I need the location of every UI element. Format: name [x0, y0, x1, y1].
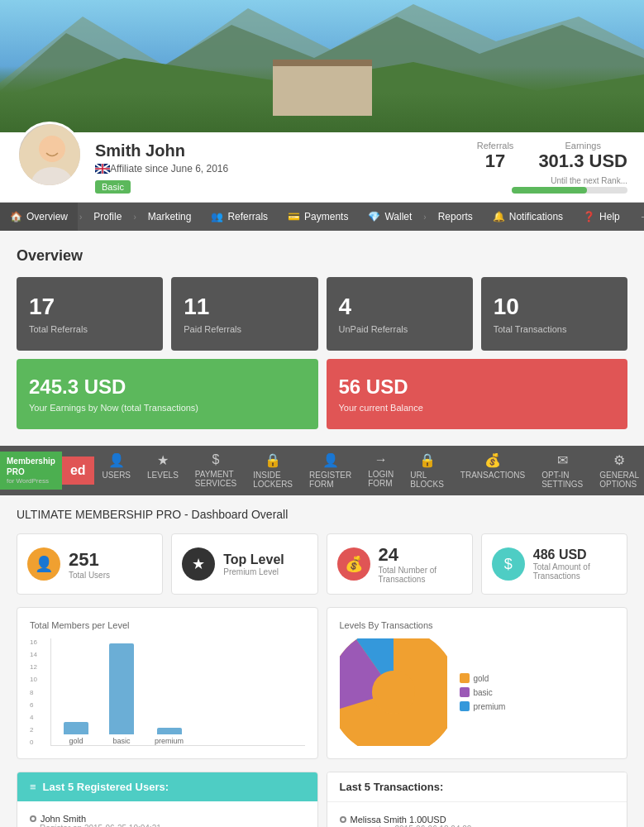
- stat-unpaid-referrals-value: 4: [339, 294, 460, 320]
- legend-premium: premium: [460, 701, 506, 711]
- logout-icon: →: [640, 211, 644, 222]
- last-users-header: ≡ Last 5 Registered Users:: [17, 772, 317, 801]
- svg-marker-6: [273, 62, 355, 87]
- stat-paid-referrals-value: 11: [184, 294, 305, 320]
- list-icon: ≡: [30, 781, 36, 793]
- mp-nav-transactions[interactable]: 💰 TRANSACTIONS: [452, 446, 533, 495]
- affiliate-info: Affiliate since June 6, 2016: [95, 163, 477, 174]
- optin-icon: ✉: [557, 452, 568, 468]
- dot-icon: [340, 816, 346, 823]
- nav-payments[interactable]: 💳 Payments: [278, 203, 358, 231]
- transactions-icon: 💰: [484, 452, 501, 468]
- mp-nav-users[interactable]: 👤 USERS: [94, 446, 139, 495]
- referrals-stat: Referrals 17: [477, 141, 514, 172]
- pie-chart: [340, 638, 447, 746]
- nav-overview[interactable]: 🏠 Overview: [0, 203, 78, 231]
- badge-basic: Basic: [95, 180, 131, 194]
- mp-nav-register-form[interactable]: 👤 REGISTER FORM: [301, 446, 360, 495]
- stat-card-total-referrals: 17 Total Referrals: [17, 277, 163, 351]
- total-users-label: Total Users: [69, 571, 110, 580]
- overview-section: Overview 17 Total Referrals 11 Paid Refe…: [0, 231, 644, 446]
- mp-nav-url-blocks[interactable]: 🔒 URL BLOCKS: [402, 446, 452, 495]
- referrals-label: Referrals: [477, 141, 514, 151]
- hero-banner: [0, 0, 644, 132]
- mp-nav-inside-lockers[interactable]: 🔒 INSIDE LOCKERS: [245, 446, 301, 495]
- nav-referrals[interactable]: 👥 Referrals: [201, 203, 278, 231]
- nav-marketing[interactable]: Marketing: [138, 203, 202, 231]
- users-icon: 👤: [108, 452, 125, 468]
- stat-paid-referrals-label: Paid Referrals: [184, 324, 305, 334]
- level-stat-icon: ★: [182, 547, 215, 581]
- pie-legend: gold basic premium: [460, 673, 506, 711]
- stat-unpaid-referrals-label: UnPaid Referrals: [339, 324, 460, 334]
- stat-card-total-transactions: 10 Total Transactions: [481, 277, 627, 351]
- stat-card-unpaid-referrals: 4 UnPaid Referrals: [327, 277, 473, 351]
- tx-amount-icon: $: [492, 547, 525, 581]
- nav-wallet[interactable]: 💎 Wallet: [358, 203, 422, 231]
- balance-label: Your current Balance: [339, 403, 616, 413]
- balance-number: 56 USD: [339, 375, 616, 399]
- earnings-label: Earnings: [538, 141, 627, 151]
- tx-count-icon: 💰: [337, 547, 370, 581]
- list-item: Melissa Smith 1.00USD payment on 2015-06…: [340, 810, 615, 827]
- locker-icon: 🔒: [265, 452, 281, 468]
- membership-pro-nav: Membership PRO for WordPress ed 👤 USERS …: [0, 446, 644, 495]
- total-users-value: 251: [69, 549, 110, 571]
- login-icon: →: [374, 452, 388, 467]
- dot-icon: [30, 815, 36, 822]
- profile-section: Smith John Affiliate since June 6, 2016 …: [0, 132, 644, 203]
- main-nav: 🏠 Overview › Profile › Marketing 👥 Refer…: [0, 203, 644, 231]
- earnings-row: 245.3 USD Your Earnings by Now (total Tr…: [17, 359, 627, 429]
- svg-rect-8: [327, 98, 336, 110]
- mp-nav-levels[interactable]: ★ LEVELS: [139, 446, 187, 495]
- mp-nav-login-form[interactable]: → LOGIN FORM: [360, 446, 402, 495]
- y-axis: 1614121086420: [30, 638, 37, 746]
- dashboard-stats: 👤 251 Total Users ★ Top Level Premium Le…: [17, 533, 627, 595]
- legend-gold: gold: [460, 673, 506, 683]
- wallet-icon: 💎: [368, 211, 380, 222]
- bell-icon: 🔔: [493, 211, 505, 222]
- last-transactions-card: Last 5 Transactions: Melissa Smith 1.00U…: [327, 772, 628, 827]
- home-icon: 🏠: [10, 211, 22, 222]
- bar-chart-card: Total Members per Level 1614121086420 go…: [17, 607, 318, 759]
- pie-chart-card: Levels By Transactions: [327, 607, 628, 759]
- top-level-label: Premium Level: [223, 567, 284, 576]
- legend-basic: basic: [460, 687, 506, 697]
- avatar: [17, 122, 83, 188]
- stat-card-paid-referrals: 11 Paid Referrals: [171, 277, 317, 351]
- bar-premium: premium: [155, 728, 184, 745]
- list-item: John Smith Register on 2015-06-25 10:04:…: [30, 810, 305, 827]
- top-level-value: Top Level: [223, 552, 284, 567]
- bottom-row: ≡ Last 5 Registered Users: John Smith Re…: [17, 772, 627, 827]
- stat-total-referrals-label: Total Referrals: [29, 324, 150, 334]
- earnings-card: 245.3 USD Your Earnings by Now (total Tr…: [17, 359, 318, 429]
- dashboard-section: ULTIMATE MEMBERSHIP PRO - Dashboard Over…: [0, 495, 644, 827]
- rank-bar-fill: [512, 187, 587, 194]
- mp-nav-general[interactable]: ⚙ GENERAL OPTIONS: [591, 446, 644, 495]
- earnings-value: 301.3 USD: [538, 151, 627, 172]
- uk-flag-icon: [95, 164, 110, 174]
- earnings-number: 245.3 USD: [29, 375, 306, 399]
- nav-reports[interactable]: Reports: [428, 203, 483, 231]
- nav-logout[interactable]: →: [630, 203, 644, 231]
- profile-stats: Referrals 17 Earnings 301.3 USD Until th…: [477, 141, 627, 194]
- pie-chart-container: gold basic premium: [340, 638, 615, 746]
- tx-amount-label: Total Amount of Transactions: [533, 562, 617, 581]
- mp-nav-payment-services[interactable]: $ PAYMENT SERVICES: [187, 446, 245, 495]
- bar-chart-title: Total Members per Level: [30, 620, 305, 630]
- balance-card: 56 USD Your current Balance: [327, 359, 628, 429]
- nav-notifications[interactable]: 🔔 Notifications: [483, 203, 573, 231]
- gear-icon: ⚙: [613, 452, 625, 468]
- bar-basic: basic: [109, 643, 134, 745]
- last-users-body: John Smith Register on 2015-06-25 10:04:…: [17, 801, 317, 827]
- register-icon: 👤: [322, 452, 339, 468]
- nav-help[interactable]: ❓ Help: [573, 203, 630, 231]
- earnings-card-label: Your Earnings by Now (total Transactions…: [29, 403, 306, 413]
- svg-marker-4: [0, 91, 644, 132]
- svg-rect-5: [281, 87, 347, 120]
- dash-stat-tx-amount: $ 486 USD Total Amount of Transactions: [481, 533, 627, 595]
- mp-nav-optin[interactable]: ✉ OPT-IN SETTINGS: [533, 446, 591, 495]
- profile-name: Smith John: [95, 141, 477, 160]
- nav-profile[interactable]: Profile: [83, 203, 131, 231]
- rank-bar-container: Until the next Rank...: [477, 176, 627, 194]
